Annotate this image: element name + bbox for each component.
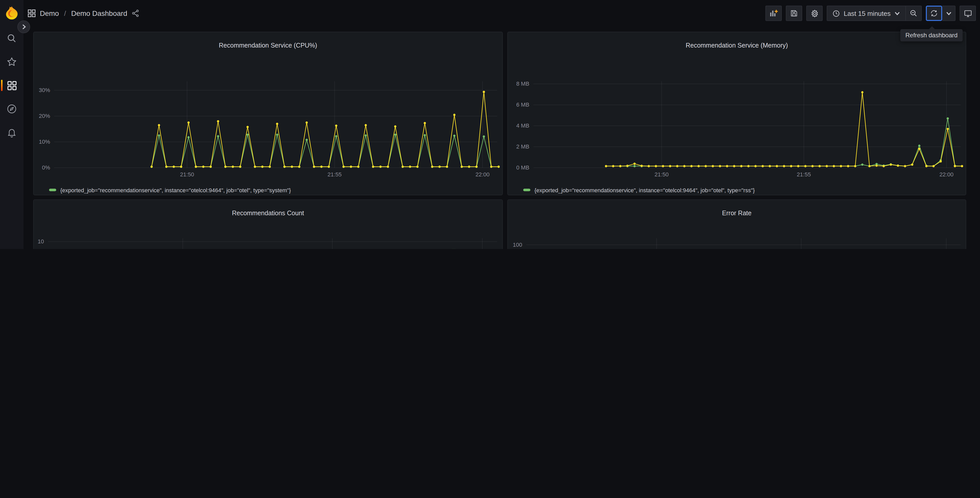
panel-error-rate[interactable]: Error Rate 02040608010021:5021:5522:00 {…	[508, 200, 966, 249]
svg-text:21:55: 21:55	[797, 171, 811, 178]
svg-text:10%: 10%	[39, 139, 50, 145]
add-panel-icon	[769, 9, 778, 18]
svg-text:4 MB: 4 MB	[516, 123, 529, 129]
time-picker-group: Last 15 minutes	[827, 6, 922, 21]
topbar-actions: Last 15 minutes	[765, 6, 976, 21]
add-panel-button[interactable]	[765, 6, 782, 21]
panel-recommendations-count[interactable]: Recommendations Count 024681021:5021:552…	[33, 200, 503, 249]
sidebar-expand-button[interactable]	[18, 21, 30, 33]
svg-text:100: 100	[513, 241, 522, 248]
panel-title[interactable]: Recommendation Service (CPU%)	[37, 41, 499, 52]
chevron-right-icon	[21, 24, 27, 30]
svg-text:20%: 20%	[39, 113, 50, 119]
zoom-out-time-button[interactable]	[905, 6, 922, 21]
svg-text:2 MB: 2 MB	[516, 144, 529, 150]
chart-recommendations-count: 024681021:5021:5522:00	[37, 225, 499, 249]
breadcrumb-separator: /	[63, 9, 67, 18]
time-picker-button[interactable]: Last 15 minutes	[827, 6, 905, 21]
refresh-button[interactable]	[926, 6, 942, 21]
sidebar-item-alerting[interactable]	[0, 121, 24, 144]
legend-item[interactable]: {exported_job="recommendationservice", i…	[49, 185, 499, 195]
svg-text:30%: 30%	[39, 87, 50, 93]
legend: {exported_job="recommendationservice", i…	[511, 185, 963, 196]
breadcrumb-section[interactable]: Demo	[40, 9, 59, 18]
sidebar-item-explore[interactable]	[0, 97, 24, 121]
svg-text:21:50: 21:50	[180, 171, 194, 178]
panel-title[interactable]: Error Rate	[511, 208, 963, 220]
legend-color-chip	[523, 189, 530, 191]
panel-title[interactable]: Recommendation Service (Memory)	[511, 41, 963, 52]
legend: {exported_job="recommendationservice", i…	[37, 185, 499, 196]
legend-item[interactable]: {exported_job="recommendationservice", i…	[523, 185, 963, 195]
topbar: Demo / Demo Dashboard Last 15 minutes	[24, 0, 980, 27]
sidebar-item-dashboards[interactable]	[0, 73, 24, 97]
grafana-app: Demo / Demo Dashboard Last 15 minutes	[0, 0, 980, 249]
legend-item[interactable]: {exported_job="recommendationservice", i…	[49, 195, 499, 196]
search-icon	[6, 33, 17, 43]
panel-title[interactable]: Recommendations Count	[37, 208, 499, 220]
svg-text:6 MB: 6 MB	[516, 102, 529, 108]
chart-recommendation-cpu: 0%10%20%30%21:5021:5522:00	[37, 57, 499, 182]
cycle-view-mode-button[interactable]	[959, 6, 976, 21]
sidebar-item-starred[interactable]	[0, 50, 24, 73]
chevron-down-icon	[945, 10, 951, 16]
legend-color-chip	[49, 189, 56, 191]
refresh-group	[926, 6, 956, 21]
dashboard-grid: Recommendation Service (CPU%) 0%10%20%30…	[24, 27, 980, 249]
panel-recommendation-memory[interactable]: Recommendation Service (Memory) 0 MB2 MB…	[508, 32, 966, 195]
legend-item[interactable]: {exported_job="recommendationservice", i…	[523, 195, 963, 196]
svg-text:10: 10	[38, 238, 44, 245]
share-icon[interactable]	[131, 9, 140, 18]
svg-text:0 MB: 0 MB	[516, 164, 529, 171]
svg-text:8 MB: 8 MB	[516, 81, 529, 87]
zoom-out-icon	[910, 9, 918, 18]
dashboard-settings-button[interactable]	[806, 6, 822, 21]
legend-label: {exported_job="recommendationservice", i…	[60, 187, 291, 193]
monitor-icon	[963, 9, 972, 18]
sidebar	[0, 0, 24, 249]
dashboards-grid-icon[interactable]	[28, 9, 36, 18]
gear-icon	[810, 9, 819, 18]
svg-text:21:55: 21:55	[328, 171, 342, 178]
chevron-down-icon	[894, 10, 900, 16]
save-dashboard-button[interactable]	[786, 6, 802, 21]
active-indicator	[1, 80, 3, 91]
dashboards-icon	[7, 81, 17, 90]
time-range-label: Last 15 minutes	[843, 10, 891, 17]
svg-text:21:50: 21:50	[654, 171, 668, 178]
svg-text:22:00: 22:00	[476, 171, 490, 178]
legend-label: {exported_job="recommendationservice", i…	[535, 187, 755, 193]
refresh-icon	[930, 9, 938, 18]
chart-recommendation-memory: 0 MB2 MB4 MB6 MB8 MB21:5021:5522:00	[511, 57, 963, 182]
chart-error-rate: 02040608010021:5021:5522:00	[511, 225, 963, 249]
compass-icon	[6, 104, 17, 114]
refresh-tooltip: Refresh dashboard	[900, 29, 963, 42]
star-icon	[6, 57, 17, 67]
breadcrumb-page[interactable]: Demo Dashboard	[71, 9, 127, 18]
bell-icon	[6, 127, 17, 137]
refresh-interval-button[interactable]	[942, 6, 956, 21]
save-icon	[790, 9, 798, 18]
svg-text:0%: 0%	[42, 164, 50, 171]
svg-text:22:00: 22:00	[939, 171, 953, 178]
clock-icon	[832, 10, 840, 17]
breadcrumb: Demo / Demo Dashboard	[28, 9, 140, 18]
panel-recommendation-cpu[interactable]: Recommendation Service (CPU%) 0%10%20%30…	[33, 32, 503, 195]
